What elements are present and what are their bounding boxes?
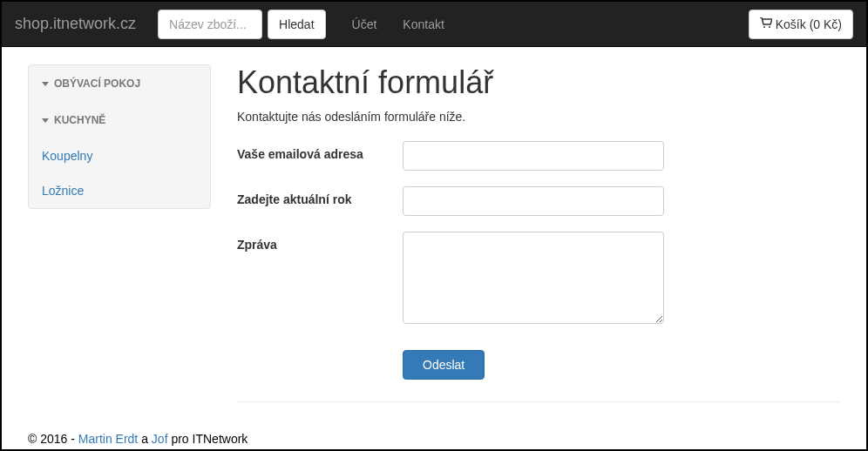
navbar: shop.itnetwork.cz Hledat Účet Kontakt Ko…: [2, 2, 866, 47]
footer-author2[interactable]: Jof: [152, 432, 168, 446]
form-group-email: Vaše emailová adresa: [237, 141, 840, 171]
nav-account[interactable]: Účet: [339, 4, 390, 44]
nav-contact[interactable]: Kontakt: [390, 4, 457, 44]
navbar-right: Košík (0 Kč): [749, 10, 853, 39]
brand-link[interactable]: shop.itnetwork.cz: [15, 2, 149, 46]
chevron-down-icon: [42, 82, 49, 86]
year-label: Zadejte aktuální rok: [237, 186, 403, 216]
form-group-message: Zpráva: [237, 232, 840, 324]
svg-point-0: [763, 26, 765, 28]
search-button[interactable]: Hledat: [268, 10, 325, 39]
search-form: Hledat: [158, 10, 325, 39]
message-field[interactable]: [403, 232, 664, 324]
year-field[interactable]: [403, 186, 664, 216]
submit-button[interactable]: Odeslat: [403, 350, 485, 380]
cart-icon: [760, 17, 772, 30]
email-label: Vaše emailová adresa: [237, 141, 403, 171]
form-group-year: Zadejte aktuální rok: [237, 186, 840, 216]
footer: © 2016 - Martin Erdt a Jof pro ITNetwork: [2, 432, 866, 446]
footer-mid: a: [138, 432, 152, 446]
chevron-down-icon: [42, 118, 49, 123]
svg-point-1: [769, 26, 770, 28]
footer-author1[interactable]: Martin Erdt: [78, 432, 138, 446]
form-submit-row: Odeslat: [237, 350, 840, 380]
footer-prefix: © 2016 -: [28, 432, 78, 446]
email-field[interactable]: [403, 141, 664, 171]
submit-offset: [237, 350, 403, 380]
sidebar-link-bathrooms[interactable]: Koupelny: [29, 138, 210, 173]
divider: [237, 401, 840, 402]
search-input[interactable]: [158, 10, 262, 39]
nav-links: Účet Kontakt: [339, 4, 458, 44]
cart-label: Košík (0 Kč): [776, 17, 842, 31]
sidebar-category-living[interactable]: OBÝVACÍ POKOJ: [29, 65, 210, 102]
footer-suffix: pro ITNetwork: [168, 432, 248, 446]
cart-button[interactable]: Košík (0 Kč): [749, 10, 853, 39]
message-label: Zpráva: [237, 232, 403, 324]
sidebar-category-label: KUCHYNĚ: [54, 114, 105, 126]
sidebar-category-kitchen[interactable]: KUCHYNĚ: [29, 102, 210, 138]
sidebar-link-bedrooms[interactable]: Ložnice: [29, 173, 210, 208]
page-subtitle: Kontaktujte nás odesláním formuláře níže…: [237, 110, 840, 124]
main-content: Kontaktní formulář Kontaktujte nás odesl…: [211, 64, 840, 402]
page-title: Kontaktní formulář: [237, 64, 840, 101]
sidebar: OBÝVACÍ POKOJ KUCHYNĚ Koupelny Ložnice: [28, 64, 211, 209]
sidebar-category-label: OBÝVACÍ POKOJ: [54, 77, 140, 90]
